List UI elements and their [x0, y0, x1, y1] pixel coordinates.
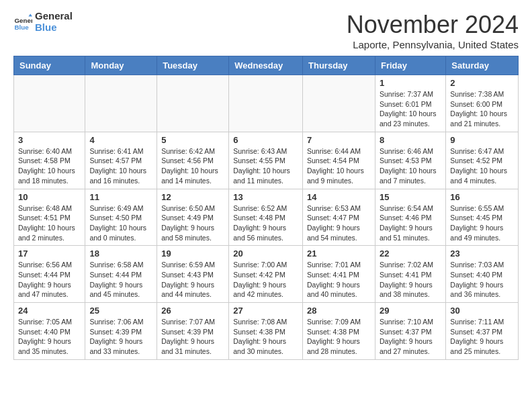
calendar-cell	[303, 75, 375, 132]
day-info: Sunrise: 6:50 AM Sunset: 4:49 PM Dayligh…	[161, 203, 224, 243]
day-info: Sunrise: 6:46 AM Sunset: 4:53 PM Dayligh…	[380, 146, 441, 186]
day-info: Sunrise: 6:55 AM Sunset: 4:45 PM Dayligh…	[450, 203, 514, 243]
calendar-cell: 26Sunrise: 7:07 AM Sunset: 4:39 PM Dayli…	[157, 303, 229, 360]
day-info: Sunrise: 6:48 AM Sunset: 4:51 PM Dayligh…	[18, 203, 81, 243]
calendar-cell: 4Sunrise: 6:41 AM Sunset: 4:57 PM Daylig…	[85, 132, 157, 189]
title-area: November 2024 Laporte, Pennsylvania, Uni…	[347, 11, 519, 50]
day-info: Sunrise: 6:43 AM Sunset: 4:55 PM Dayligh…	[233, 146, 298, 186]
day-number: 30	[450, 306, 514, 316]
day-info: Sunrise: 7:08 AM Sunset: 4:38 PM Dayligh…	[233, 317, 298, 357]
day-number: 16	[450, 192, 514, 202]
calendar-cell	[229, 75, 303, 132]
day-info: Sunrise: 7:01 AM Sunset: 4:41 PM Dayligh…	[307, 260, 371, 300]
calendar-cell: 14Sunrise: 6:53 AM Sunset: 4:47 PM Dayli…	[303, 189, 375, 246]
day-number: 23	[450, 248, 514, 259]
day-number: 3	[18, 135, 81, 145]
calendar-cell: 6Sunrise: 6:43 AM Sunset: 4:55 PM Daylig…	[229, 132, 303, 189]
day-info: Sunrise: 6:49 AM Sunset: 4:50 PM Dayligh…	[89, 203, 152, 243]
calendar-header-tuesday: Tuesday	[157, 56, 229, 75]
calendar-cell: 8Sunrise: 6:46 AM Sunset: 4:53 PM Daylig…	[375, 132, 445, 189]
logo-general: General	[35, 11, 73, 22]
calendar: SundayMondayTuesdayWednesdayThursdayFrid…	[13, 56, 519, 360]
day-info: Sunrise: 6:42 AM Sunset: 4:56 PM Dayligh…	[161, 146, 224, 186]
calendar-cell	[157, 75, 229, 132]
calendar-cell: 10Sunrise: 6:48 AM Sunset: 4:51 PM Dayli…	[14, 189, 85, 246]
calendar-cell: 20Sunrise: 7:00 AM Sunset: 4:42 PM Dayli…	[229, 246, 303, 303]
day-info: Sunrise: 6:41 AM Sunset: 4:57 PM Dayligh…	[89, 146, 152, 186]
day-info: Sunrise: 7:37 AM Sunset: 6:01 PM Dayligh…	[380, 89, 441, 129]
calendar-header-sunday: Sunday	[14, 56, 85, 75]
day-info: Sunrise: 6:59 AM Sunset: 4:43 PM Dayligh…	[161, 260, 224, 300]
day-info: Sunrise: 7:03 AM Sunset: 4:40 PM Dayligh…	[450, 260, 514, 300]
calendar-cell: 21Sunrise: 7:01 AM Sunset: 4:41 PM Dayli…	[303, 246, 375, 303]
day-number: 9	[450, 135, 514, 145]
calendar-cell: 11Sunrise: 6:49 AM Sunset: 4:50 PM Dayli…	[85, 189, 157, 246]
day-info: Sunrise: 7:06 AM Sunset: 4:39 PM Dayligh…	[89, 317, 152, 357]
calendar-cell: 24Sunrise: 7:05 AM Sunset: 4:40 PM Dayli…	[14, 303, 85, 360]
day-number: 27	[233, 306, 298, 316]
day-number: 26	[161, 306, 224, 316]
day-info: Sunrise: 6:53 AM Sunset: 4:47 PM Dayligh…	[307, 203, 371, 243]
day-info: Sunrise: 6:56 AM Sunset: 4:44 PM Dayligh…	[18, 260, 81, 300]
day-number: 4	[89, 135, 152, 145]
calendar-cell: 27Sunrise: 7:08 AM Sunset: 4:38 PM Dayli…	[229, 303, 303, 360]
calendar-week-5: 24Sunrise: 7:05 AM Sunset: 4:40 PM Dayli…	[14, 303, 519, 360]
header: General Blue General Blue November 2024 …	[13, 11, 519, 50]
day-number: 12	[161, 192, 224, 202]
calendar-cell: 2Sunrise: 7:38 AM Sunset: 6:00 PM Daylig…	[446, 75, 519, 132]
calendar-cell: 15Sunrise: 6:54 AM Sunset: 4:46 PM Dayli…	[375, 189, 445, 246]
day-info: Sunrise: 7:09 AM Sunset: 4:38 PM Dayligh…	[307, 317, 371, 357]
calendar-week-3: 10Sunrise: 6:48 AM Sunset: 4:51 PM Dayli…	[14, 189, 519, 246]
day-number: 25	[89, 306, 152, 316]
day-number: 17	[18, 248, 81, 259]
day-info: Sunrise: 7:05 AM Sunset: 4:40 PM Dayligh…	[18, 317, 81, 357]
day-number: 8	[380, 135, 441, 145]
day-number: 24	[18, 306, 81, 316]
day-number: 13	[233, 192, 298, 202]
day-number: 11	[89, 192, 152, 202]
calendar-header-row: SundayMondayTuesdayWednesdayThursdayFrid…	[14, 56, 519, 75]
day-number: 1	[380, 78, 441, 88]
day-number: 14	[307, 192, 371, 202]
day-number: 7	[307, 135, 371, 145]
day-info: Sunrise: 7:38 AM Sunset: 6:00 PM Dayligh…	[450, 89, 514, 129]
day-info: Sunrise: 6:52 AM Sunset: 4:48 PM Dayligh…	[233, 203, 298, 243]
day-number: 10	[18, 192, 81, 202]
svg-marker-2	[28, 13, 32, 16]
calendar-header-thursday: Thursday	[303, 56, 375, 75]
calendar-header-wednesday: Wednesday	[229, 56, 303, 75]
day-info: Sunrise: 7:07 AM Sunset: 4:39 PM Dayligh…	[161, 317, 224, 357]
day-info: Sunrise: 7:00 AM Sunset: 4:42 PM Dayligh…	[233, 260, 298, 300]
logo-blue: Blue	[35, 22, 73, 34]
calendar-cell: 9Sunrise: 6:47 AM Sunset: 4:52 PM Daylig…	[446, 132, 519, 189]
day-number: 22	[380, 248, 441, 259]
day-number: 20	[233, 248, 298, 259]
day-number: 28	[307, 306, 371, 316]
calendar-cell: 23Sunrise: 7:03 AM Sunset: 4:40 PM Dayli…	[446, 246, 519, 303]
day-info: Sunrise: 6:47 AM Sunset: 4:52 PM Dayligh…	[450, 146, 514, 186]
calendar-cell: 16Sunrise: 6:55 AM Sunset: 4:45 PM Dayli…	[446, 189, 519, 246]
day-number: 18	[89, 248, 152, 259]
calendar-header-friday: Friday	[375, 56, 445, 75]
day-number: 15	[380, 192, 441, 202]
svg-text:Blue: Blue	[14, 24, 29, 31]
day-info: Sunrise: 6:40 AM Sunset: 4:58 PM Dayligh…	[18, 146, 81, 186]
calendar-header-monday: Monday	[85, 56, 157, 75]
month-title: November 2024	[347, 11, 519, 39]
calendar-cell: 19Sunrise: 6:59 AM Sunset: 4:43 PM Dayli…	[157, 246, 229, 303]
calendar-cell: 3Sunrise: 6:40 AM Sunset: 4:58 PM Daylig…	[14, 132, 85, 189]
logo-icon: General Blue	[13, 13, 32, 32]
location: Laporte, Pennsylvania, United States	[347, 39, 519, 50]
calendar-cell: 25Sunrise: 7:06 AM Sunset: 4:39 PM Dayli…	[85, 303, 157, 360]
day-info: Sunrise: 7:11 AM Sunset: 4:37 PM Dayligh…	[450, 317, 514, 357]
calendar-cell: 22Sunrise: 7:02 AM Sunset: 4:41 PM Dayli…	[375, 246, 445, 303]
day-number: 6	[233, 135, 298, 145]
calendar-cell: 1Sunrise: 7:37 AM Sunset: 6:01 PM Daylig…	[375, 75, 445, 132]
calendar-week-1: 1Sunrise: 7:37 AM Sunset: 6:01 PM Daylig…	[14, 75, 519, 132]
calendar-cell	[85, 75, 157, 132]
calendar-cell: 17Sunrise: 6:56 AM Sunset: 4:44 PM Dayli…	[14, 246, 85, 303]
day-number: 5	[161, 135, 224, 145]
day-number: 19	[161, 248, 224, 259]
calendar-cell: 13Sunrise: 6:52 AM Sunset: 4:48 PM Dayli…	[229, 189, 303, 246]
day-number: 21	[307, 248, 371, 259]
